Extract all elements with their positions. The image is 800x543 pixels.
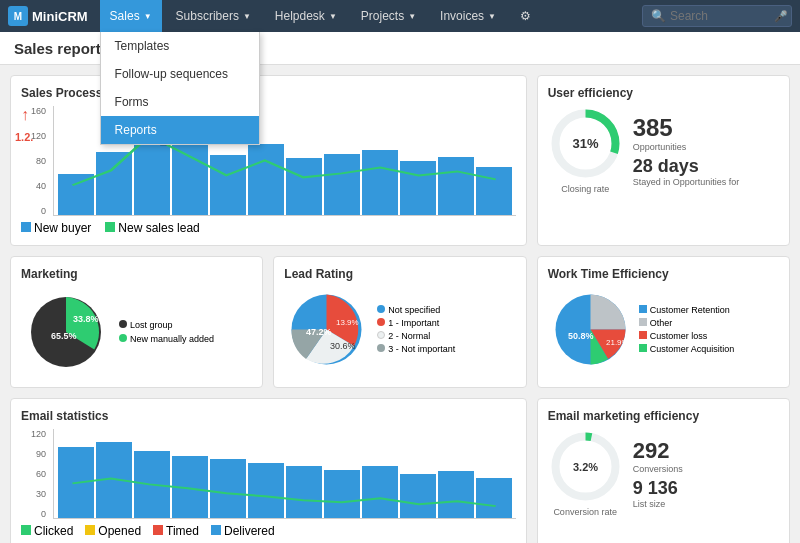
work-legend-item1: Customer Retention (639, 305, 735, 315)
gauge-section: 31% Closing rate (548, 106, 623, 194)
conversion-rate-gauge: 3.2% (548, 429, 623, 504)
bar (96, 152, 132, 215)
stat1-label: Opportunities (633, 142, 740, 152)
marketing-legend-item2: New manually added (119, 334, 214, 344)
lead-legend-item1: Not specified (377, 305, 455, 315)
user-efficiency-title: User efficiency (548, 86, 779, 100)
nav-projects-caret: ▼ (408, 12, 416, 21)
bar (286, 158, 322, 215)
dropdown-reports[interactable]: Reports (101, 116, 259, 144)
email-gauge-section: 3.2% Conversion rate (548, 429, 623, 517)
page-title: Sales reports (14, 40, 109, 57)
marketing-content: 65.5% 33.8% Lost group New manually adde… (21, 287, 252, 377)
stat1-number: 385 (633, 114, 740, 142)
svg-text:30.6%: 30.6% (330, 341, 356, 351)
work-legend-item3: Customer loss (639, 331, 735, 341)
dropdown-followup[interactable]: Follow-up sequences (101, 60, 259, 88)
user-efficiency-card: User efficiency 31% Closing rate 385 Opp… (537, 75, 790, 246)
sales-legend: New buyer New sales lead (21, 221, 516, 235)
work-content: 50.8% 21.9% Customer Retention Other Cus… (548, 287, 779, 372)
user-eff-content: 31% Closing rate 385 Opportunities 28 da… (548, 106, 779, 194)
conversion-rate-label: Conversion rate (548, 507, 623, 517)
nav-invoices-caret: ▼ (488, 12, 496, 21)
lead-rating-card: Lead Rating 47.2% 13.9% 30.6% Not specif… (273, 256, 526, 388)
sales-dropdown: Templates Follow-up sequences Forms Repo… (100, 32, 260, 145)
email-mkt-content: 3.2% Conversion rate 292 Conversions 9 1… (548, 429, 779, 517)
bar (324, 470, 360, 518)
search-box[interactable]: 🔍 🎤 (642, 5, 792, 27)
dropdown-templates[interactable]: Templates (101, 32, 259, 60)
bar (58, 174, 94, 215)
email-mkt-title: Email marketing efficiency (548, 409, 779, 423)
bar (476, 478, 512, 518)
closing-rate-gauge: 31% (548, 106, 623, 181)
email-stats-card: Email statistics 120 90 60 30 0 (10, 398, 527, 543)
work-legend: Customer Retention Other Customer loss C… (639, 305, 735, 354)
work-time-title: Work Time Efficiency (548, 267, 779, 281)
bar (438, 157, 474, 215)
search-input[interactable] (670, 9, 770, 23)
bar (400, 474, 436, 519)
svg-text:65.5%: 65.5% (51, 331, 77, 341)
nav-subscribers-caret: ▼ (243, 12, 251, 21)
marketing-pie: 65.5% 33.8% (21, 287, 111, 377)
email-legend: Clicked Opened Timed Delivered (21, 524, 516, 538)
lead-pie: 47.2% 13.9% 30.6% (284, 287, 369, 372)
sales-process-title: Sales Process Effectiveness (21, 86, 516, 100)
lead-rating-title: Lead Rating (284, 267, 515, 281)
work-pie: 50.8% 21.9% (548, 287, 633, 372)
nav-invoices[interactable]: Invoices ▼ (430, 0, 506, 32)
svg-text:3.2%: 3.2% (573, 461, 598, 473)
nav-icon-extra[interactable]: ⚙ (510, 0, 541, 32)
email-stat2-label: List size (633, 499, 683, 509)
svg-text:13.9%: 13.9% (336, 318, 359, 327)
nav-sales-label: Sales (110, 9, 140, 23)
email-chart-inner (53, 429, 516, 519)
legend-new-buyer-label: New buyer (34, 221, 91, 235)
nav-helpdesk[interactable]: Helpdesk ▼ (265, 0, 347, 32)
email-stat1-number: 292 (633, 438, 683, 464)
bar (172, 137, 208, 215)
work-legend-item2: Other (639, 318, 735, 328)
bar (210, 155, 246, 215)
legend-new-lead-label: New sales lead (118, 221, 199, 235)
email-stat2: 9 136 List size (633, 478, 683, 509)
mic-icon: 🎤 (774, 10, 788, 23)
email-stats-title: Email statistics (21, 409, 516, 423)
email-mkt-card: Email marketing efficiency 3.2% Conversi… (537, 398, 790, 543)
bar (362, 150, 398, 215)
email-stat1: 292 Conversions (633, 438, 683, 474)
lead-legend-item4: 3 - Not important (377, 344, 455, 354)
marketing-title: Marketing (21, 267, 252, 281)
stat2: 28 days Stayed in Opportunities for (633, 156, 740, 187)
svg-text:33.8%: 33.8% (73, 314, 99, 324)
email-stat1-label: Conversions (633, 464, 683, 474)
app-logo: M MiniCRM (8, 6, 88, 26)
work-legend-item4: Customer Acquisition (639, 344, 735, 354)
nav-subscribers[interactable]: Subscribers ▼ (166, 0, 261, 32)
arrow-up: ↑ (21, 106, 29, 124)
svg-text:47.2%: 47.2% (306, 327, 332, 337)
svg-text:50.8%: 50.8% (568, 331, 594, 341)
email-stat2-number: 9 136 (633, 478, 683, 499)
bar (248, 463, 284, 518)
bar (438, 471, 474, 518)
nav-helpdesk-caret: ▼ (329, 12, 337, 21)
marketing-legend: Lost group New manually added (119, 320, 214, 344)
bar (362, 466, 398, 518)
nav-projects-label: Projects (361, 9, 404, 23)
bar (476, 167, 512, 215)
nav-helpdesk-label: Helpdesk (275, 9, 325, 23)
nav-projects[interactable]: Projects ▼ (351, 0, 426, 32)
sales-process-card: Sales Process Effectiveness ↑ 1.2. 1.1. … (10, 75, 527, 246)
nav-sales[interactable]: Sales ▼ Templates Follow-up sequences Fo… (100, 0, 162, 32)
dropdown-forms[interactable]: Forms (101, 88, 259, 116)
email-chart-area: 120 90 60 30 0 (21, 429, 516, 519)
work-time-card: Work Time Efficiency 50.8% 21.9% Custome… (537, 256, 790, 388)
lead-legend-item3: 2 - Normal (377, 331, 455, 341)
stat2-label: Stayed in Opportunities for (633, 177, 740, 187)
nav-sales-caret: ▼ (144, 12, 152, 21)
legend-new-lead-dot (105, 222, 115, 232)
email-bars (54, 429, 516, 518)
nav-subscribers-label: Subscribers (176, 9, 239, 23)
